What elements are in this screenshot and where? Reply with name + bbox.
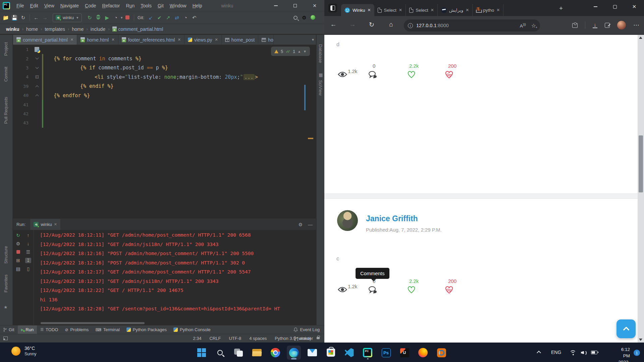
maximize-icon[interactable] [605, 0, 625, 13]
chevron-down-icon[interactable]: ▼ [120, 16, 123, 19]
folded-region[interactable]: ... [244, 74, 255, 80]
close-icon[interactable]: ✕ [215, 38, 218, 42]
console-output[interactable]: [12/Aug/2022 18:12:11] "GET /admin/home/… [34, 230, 316, 325]
down-icon[interactable]: ↓ [27, 241, 30, 246]
git-update-icon[interactable]: ↙ [146, 15, 155, 21]
menu-item-tools[interactable]: Tools [138, 3, 155, 8]
sidebar-item-commit[interactable]: Commit [3, 67, 8, 82]
git-commit-icon[interactable]: ✔ [155, 15, 164, 21]
coverage-button[interactable]: ▶ [103, 15, 111, 21]
breadcrumb-item[interactable]: home [26, 26, 38, 32]
refresh-icon[interactable]: ↻ [367, 21, 377, 28]
extensions-icon[interactable] [572, 22, 578, 28]
tab-actions-icon[interactable] [328, 4, 337, 12]
address-bar[interactable]: i 127.0.0.1:8000 A))) ☆+ [404, 19, 540, 32]
edge-button[interactable] [287, 346, 301, 360]
tool-windows-icon[interactable] [3, 337, 8, 340]
toolwindow-terminal[interactable]: ⌨Terminal [92, 325, 123, 334]
url-text[interactable]: 127.0.0.1:8000 [416, 23, 449, 28]
clock-widget[interactable]: 6:12 PM 2022-08-12 [618, 346, 630, 362]
status-item[interactable]: UTF-8 [229, 336, 241, 341]
collections-icon[interactable] [605, 23, 610, 28]
profiler-button[interactable]: ◔ [111, 15, 120, 20]
fold-up-icon[interactable] [35, 85, 39, 88]
scrollbar-thumb[interactable] [639, 135, 643, 192]
sidebar-item-sciview[interactable]: SciView [318, 80, 323, 96]
menu-item-window[interactable]: Window [167, 3, 190, 8]
soft-wrap-icon[interactable]: ☰ [26, 249, 31, 255]
menu-item-navigate[interactable]: Navigate [57, 3, 82, 8]
menu-item-code[interactable]: Code [82, 3, 99, 8]
photoshop-button[interactable]: Ps [379, 346, 393, 360]
fold-down-icon[interactable] [35, 65, 39, 69]
menu-item-help[interactable]: Help [190, 3, 205, 8]
like-icon[interactable] [407, 70, 416, 80]
close-icon[interactable]: ✕ [305, 0, 324, 11]
horizontal-scrollbar[interactable] [41, 322, 145, 324]
local-history-icon[interactable]: ◔ [181, 15, 190, 20]
volume-icon[interactable] [581, 350, 587, 355]
debug-button[interactable] [94, 15, 103, 20]
toolwindow-problems[interactable]: ⊘Problems [61, 325, 92, 334]
close-icon[interactable]: ✕ [178, 38, 181, 42]
stop-icon[interactable] [16, 249, 20, 255]
inspection-widget[interactable]: 5 ✓✓ 1 ▲ ▼ [271, 47, 310, 56]
toolwindow-python-console[interactable]: Python Console [170, 325, 214, 334]
battery-icon[interactable] [591, 351, 597, 354]
scroll-to-top-button[interactable] [616, 319, 636, 338]
git-sync-icon[interactable]: ⇄ [172, 15, 181, 21]
run-button[interactable]: ↻ [85, 15, 94, 21]
heart-icon[interactable] [444, 70, 454, 80]
minimize-icon[interactable]: — [308, 222, 313, 227]
up-icon[interactable]: ↑ [27, 233, 30, 238]
run-config-selector[interactable]: dj winku ▼ [53, 13, 82, 22]
close-icon[interactable]: ✕ [368, 8, 371, 12]
browser-tab-1[interactable]: Winku✕ [341, 4, 374, 16]
sidebar-item-structure[interactable]: Structure [3, 246, 8, 264]
views-icon[interactable] [338, 71, 347, 79]
status-item[interactable]: 4 spaces [249, 336, 267, 341]
menu-item-view[interactable]: View [41, 3, 57, 8]
toolwindow-python-packages[interactable]: Python Packages [123, 325, 170, 334]
new-tab-button[interactable]: + [559, 5, 563, 12]
scroll-up-icon[interactable] [639, 37, 642, 39]
gear-icon[interactable]: ⚙ [298, 222, 303, 227]
editor-tab-home.html[interactable]: home.html✕ [77, 35, 118, 45]
editor-tab-views.py[interactable]: views.py✕ [184, 35, 222, 45]
scroll-to-end-icon[interactable]: ↧ [25, 258, 31, 263]
menu-item-edit[interactable]: Edit [27, 3, 41, 8]
menu-item-run[interactable]: Run [123, 3, 138, 8]
code-editor[interactable]: 12{% for comment in comments %}3{% if co… [13, 45, 316, 219]
close-icon[interactable]: ✕ [399, 8, 402, 12]
clear-icon[interactable]: ▯ [27, 266, 30, 272]
stop-button[interactable] [123, 15, 132, 20]
firefox-button[interactable] [416, 346, 430, 360]
chrome-button[interactable] [268, 346, 282, 360]
comments-icon[interactable] [368, 286, 377, 295]
save-icon[interactable]: 💾 [10, 15, 19, 21]
intellij-button[interactable]: IJ [397, 346, 412, 360]
views-icon[interactable] [338, 286, 347, 294]
browser-tab-2[interactable]: Select✕ [374, 4, 406, 16]
author-avatar[interactable] [337, 210, 358, 231]
maximize-icon[interactable] [285, 0, 305, 11]
profile-avatar[interactable] [617, 21, 626, 29]
fold-down-icon[interactable] [35, 56, 39, 60]
editor-tab-home_post[interactable]: home_post [222, 35, 258, 45]
browser-tab-4[interactable]: ويرايش✕ [438, 4, 473, 16]
run-tab-winku[interactable]: dj winku ✕ [30, 219, 60, 230]
toolwindow-todo[interactable]: ☰TODO [37, 325, 61, 334]
settings-icon[interactable]: ⚙ [16, 241, 20, 246]
wifi-icon[interactable] [570, 350, 576, 356]
print-icon[interactable]: ▤ [16, 266, 20, 272]
breadcrumb-item[interactable]: comment_partial.html [112, 26, 163, 32]
rerun-icon[interactable]: ↻ [16, 233, 20, 238]
sidebar-item-pull-requests[interactable]: Pull Requests [3, 97, 8, 124]
mail-button[interactable] [305, 346, 319, 360]
git-push-icon[interactable]: ↗ [164, 15, 172, 21]
editor-tab-hon[interactable]: hon [258, 35, 274, 45]
file-explorer-button[interactable] [250, 346, 264, 360]
home-icon[interactable]: ⌂ [386, 21, 396, 28]
hidden-icons-chevron[interactable] [537, 351, 541, 355]
editor-tab-comment_partial.html[interactable]: comment_partial.html✕ [13, 35, 77, 45]
